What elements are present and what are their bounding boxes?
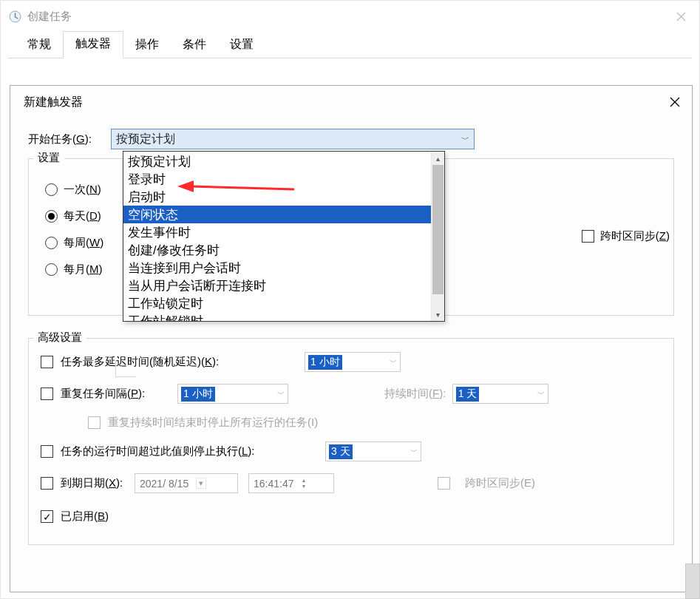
- delay-combobox[interactable]: 1 小时 ﹀: [305, 352, 401, 372]
- start-task-combobox[interactable]: 按预定计划 ﹀: [111, 129, 475, 149]
- enabled-label: 已启用(B): [61, 510, 109, 524]
- repeat-label: 重复任务间隔(P):: [61, 387, 177, 401]
- start-task-label: 开始任务(G):: [28, 132, 111, 146]
- expire-checkbox[interactable]: [41, 477, 53, 490]
- dropdown-scrollbar[interactable]: ▴ ▾: [431, 152, 444, 321]
- repeat-row: 重复任务间隔(P): 1 小时 ﹀ 持续时间(F): 1 天 ﹀: [41, 384, 662, 404]
- stop-running-checkbox: [88, 416, 101, 429]
- scrollbar-stub[interactable]: [685, 564, 700, 599]
- chevron-down-icon: ﹀: [410, 447, 418, 457]
- delay-label: 任务最多延迟时间(随机延迟)(K):: [61, 355, 305, 369]
- sync-timezone-checkbox[interactable]: [582, 230, 594, 243]
- repeat-checkbox[interactable]: [41, 388, 53, 400]
- tab-conditions[interactable]: 条件: [171, 33, 218, 58]
- dropdown-option-selected[interactable]: 空闲状态: [123, 206, 431, 223]
- stop-running-row: 重复持续时间结束时停止所有运行的任务(I): [88, 416, 662, 430]
- expire-time-picker[interactable]: 16:41:47 ▲▼: [248, 473, 334, 493]
- max-runtime-label: 任务的运行时间超过此值则停止执行(L):: [61, 444, 325, 458]
- dropdown-option[interactable]: 登录时: [123, 170, 431, 188]
- outer-title: 创建任务: [27, 10, 72, 24]
- dropdown-option[interactable]: 发生事件时: [123, 223, 431, 241]
- delay-row: 任务最多延迟时间(随机延迟)(K): 1 小时 ﹀: [41, 352, 662, 372]
- tab-bar: 常规 触发器 操作 条件 设置: [1, 32, 699, 58]
- create-task-window: 创建任务 常规 触发器 操作 条件 设置 新建触发器 开始任务(G): 按预定计…: [0, 0, 700, 599]
- outer-close-button[interactable]: [662, 1, 699, 32]
- clock-icon: [8, 10, 21, 23]
- expire-label: 到期日期(X):: [61, 476, 135, 490]
- dropdown-list: 按预定计划 登录时 启动时 空闲状态 发生事件时 创建/修改任务时 当连接到用户…: [123, 152, 431, 321]
- stop-running-label: 重复持续时间结束时停止所有运行的任务(I): [108, 416, 318, 430]
- duration-combobox[interactable]: 1 天 ﹀: [452, 384, 548, 404]
- dropdown-option[interactable]: 启动时: [123, 188, 431, 206]
- dropdown-option[interactable]: 工作站锁定时: [123, 294, 431, 312]
- dropdown-option[interactable]: 创建/修改任务时: [123, 241, 431, 259]
- expire-sync-checkbox: [438, 477, 450, 490]
- advanced-settings-title: 高级设置: [33, 331, 86, 345]
- inner-close-button[interactable]: [658, 86, 692, 118]
- scroll-down-icon[interactable]: ▾: [432, 308, 444, 321]
- repeat-combobox[interactable]: 1 小时 ﹀: [177, 384, 288, 404]
- scroll-thumb[interactable]: [432, 165, 444, 294]
- tab-actions[interactable]: 操作: [123, 33, 171, 58]
- expire-date-picker[interactable]: 2021/ 8/15 ▾: [135, 473, 238, 493]
- chevron-down-icon: ﹀: [537, 389, 545, 399]
- start-task-dropdown[interactable]: 按预定计划 登录时 启动时 空闲状态 发生事件时 创建/修改任务时 当连接到用户…: [123, 151, 445, 322]
- outer-titlebar: 创建任务: [1, 1, 699, 32]
- expire-sync-label: 跨时区同步(E): [465, 476, 535, 490]
- calendar-dropdown-icon: ▾: [196, 478, 206, 489]
- combobox-value: 按预定计划: [116, 132, 175, 147]
- new-trigger-dialog: 新建触发器 开始任务(G): 按预定计划 ﹀ 按预定计划 登录时 启动时: [10, 85, 693, 592]
- sync-timezone-checkbox-row: 跨时区同步(Z): [582, 229, 670, 243]
- dropdown-option[interactable]: 工作站解锁时: [123, 312, 431, 321]
- max-runtime-row: 任务的运行时间超过此值则停止执行(L): 3 天 ﹀: [41, 441, 662, 461]
- inner-titlebar: 新建触发器: [10, 86, 692, 118]
- dropdown-option[interactable]: 当连接到用户会话时: [123, 259, 431, 277]
- delay-checkbox[interactable]: [41, 356, 53, 368]
- expire-row: 到期日期(X): 2021/ 8/15 ▾ 16:41:47 ▲▼ 跨时区同步(…: [41, 473, 662, 493]
- max-runtime-checkbox[interactable]: [41, 445, 53, 458]
- chevron-down-icon: ﹀: [390, 357, 397, 368]
- advanced-settings-groupbox: 高级设置 任务最多延迟时间(随机延迟)(K): 1 小时 ﹀ 重复任务间隔(P)…: [28, 338, 674, 545]
- dropdown-option[interactable]: 当从用户会话断开连接时: [123, 277, 431, 294]
- scroll-up-icon[interactable]: ▴: [432, 152, 444, 165]
- tab-settings[interactable]: 设置: [218, 33, 265, 58]
- tab-triggers[interactable]: 触发器: [63, 31, 123, 58]
- dropdown-option[interactable]: 按预定计划: [123, 152, 431, 170]
- enabled-row: 已启用(B): [41, 510, 662, 524]
- settings-groupbox-title: 设置: [33, 151, 64, 165]
- enabled-checkbox[interactable]: [41, 510, 53, 523]
- sync-timezone-label: 跨时区同步(Z): [600, 229, 670, 243]
- tab-general[interactable]: 常规: [16, 33, 63, 58]
- start-task-row: 开始任务(G): 按预定计划 ﹀: [28, 129, 674, 149]
- chevron-down-icon: ﹀: [277, 389, 285, 399]
- chevron-down-icon: ﹀: [461, 134, 469, 145]
- max-runtime-combobox[interactable]: 3 天 ﹀: [325, 441, 421, 461]
- spinner-icon[interactable]: ▲▼: [302, 478, 307, 490]
- duration-label: 持续时间(F):: [384, 387, 452, 401]
- inner-title: 新建触发器: [24, 95, 83, 110]
